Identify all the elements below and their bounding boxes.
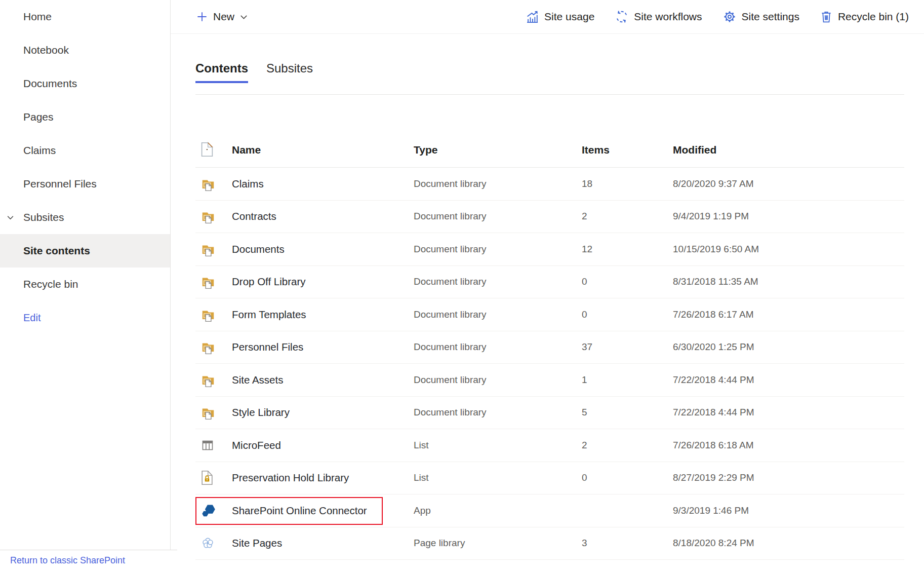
sidebar-item-documents[interactable]: Documents bbox=[0, 67, 170, 100]
sidebar-item-notebook[interactable]: Notebook bbox=[0, 33, 170, 67]
table-row-drop-off-library[interactable]: Drop Off LibraryDocument library08/31/20… bbox=[195, 266, 904, 299]
column-header-name[interactable]: Name bbox=[232, 144, 261, 156]
sharepoint-app-icon bbox=[200, 503, 216, 518]
command-label: Site workflows bbox=[634, 11, 702, 23]
row-items: 2 bbox=[582, 440, 587, 451]
table-body: ClaimsDocument library188/20/2020 9:37 A… bbox=[195, 168, 904, 560]
row-modified: 9/3/2019 1:46 PM bbox=[673, 505, 749, 516]
table-row-style-library[interactable]: Style LibraryDocument library57/22/2018 … bbox=[195, 397, 904, 430]
sidebar-item-pages[interactable]: Pages bbox=[0, 100, 170, 134]
plus-icon bbox=[195, 10, 209, 23]
table-row-microfeed[interactable]: MicroFeedList27/26/2018 6:18 AM bbox=[195, 429, 904, 462]
site-workflows-button[interactable]: Site workflows bbox=[615, 10, 702, 24]
row-name-link[interactable]: Claims bbox=[232, 178, 264, 190]
row-items: 0 bbox=[582, 276, 587, 287]
sidebar-item-label: Subsites bbox=[23, 211, 64, 223]
row-name-link[interactable]: MicroFeed bbox=[232, 439, 281, 451]
sidebar-item-label: Site contents bbox=[23, 245, 90, 256]
sidebar-item-label: Personnel Files bbox=[23, 178, 97, 189]
sidebar-item-label: Edit bbox=[23, 312, 41, 323]
row-type: App bbox=[414, 505, 431, 516]
document-library-icon bbox=[200, 339, 216, 355]
document-library-icon bbox=[200, 372, 216, 388]
chevron-down-icon[interactable] bbox=[6, 201, 15, 234]
row-modified: 8/18/2020 8:24 PM bbox=[673, 538, 754, 549]
tabs: Contents Subsites bbox=[195, 61, 313, 83]
main-content: New Site usageSite workflowsSite setting… bbox=[171, 0, 924, 572]
document-library-icon bbox=[200, 209, 216, 224]
row-modified: 7/22/2018 4:44 PM bbox=[673, 374, 754, 386]
row-type: Document library bbox=[414, 341, 487, 353]
tab-subsites[interactable]: Subsites bbox=[266, 61, 313, 83]
row-type: Document library bbox=[414, 374, 487, 386]
row-items: 1 bbox=[582, 374, 587, 386]
sidebar-item-recycle-bin[interactable]: Recycle bin bbox=[0, 268, 170, 301]
sidebar: HomeNotebookDocumentsPagesClaimsPersonne… bbox=[0, 0, 170, 572]
row-name-link[interactable]: Form Templates bbox=[232, 309, 306, 321]
row-name-link[interactable]: Preservation Hold Library bbox=[232, 472, 349, 484]
new-button[interactable]: New bbox=[195, 10, 249, 23]
row-name-link[interactable]: Documents bbox=[232, 243, 285, 255]
site-settings-icon bbox=[722, 10, 737, 24]
column-header-type[interactable]: Type bbox=[414, 144, 437, 156]
row-type: Document library bbox=[414, 178, 487, 189]
contents-table: Name Type Items Modified ClaimsDocument … bbox=[195, 95, 904, 560]
sidebar-item-claims[interactable]: Claims bbox=[0, 134, 170, 167]
sidebar-item-personnel-files[interactable]: Personnel Files bbox=[0, 167, 170, 201]
row-name-link[interactable]: Personnel Files bbox=[232, 341, 303, 353]
row-name-link[interactable]: Drop Off Library bbox=[232, 276, 305, 288]
sidebar-item-edit[interactable]: Edit bbox=[0, 301, 170, 334]
column-header-items[interactable]: Items bbox=[582, 144, 610, 156]
sidebar-item-label: Recycle bin bbox=[23, 278, 78, 290]
row-name-link[interactable]: Contracts bbox=[232, 210, 276, 222]
sidebar-item-label: Pages bbox=[23, 111, 54, 123]
table-row-sharepoint-online-connector[interactable]: SharePoint Online ConnectorApp9/3/2019 1… bbox=[195, 494, 904, 527]
site-settings-button[interactable]: Site settings bbox=[722, 10, 799, 24]
command-label: Site usage bbox=[544, 11, 594, 23]
chevron-down-icon bbox=[239, 12, 249, 22]
command-label: Site settings bbox=[742, 11, 799, 23]
row-name-link[interactable]: Site Pages bbox=[232, 537, 282, 549]
row-items: 3 bbox=[582, 538, 587, 549]
site-usage-button[interactable]: Site usage bbox=[525, 10, 594, 24]
table-row-site-pages[interactable]: Site PagesPage library38/18/2020 8:24 PM bbox=[195, 527, 904, 560]
row-items: 18 bbox=[582, 178, 592, 189]
row-name-link[interactable]: Site Assets bbox=[232, 374, 283, 386]
sidebar-item-site-contents[interactable]: Site contents bbox=[0, 234, 170, 268]
table-row-site-assets[interactable]: Site AssetsDocument library17/22/2018 4:… bbox=[195, 364, 904, 397]
row-type: Document library bbox=[414, 407, 487, 418]
row-name-link[interactable]: SharePoint Online Connector bbox=[232, 505, 367, 517]
site-workflows-icon bbox=[615, 10, 629, 24]
sidebar-item-home[interactable]: Home bbox=[0, 0, 170, 33]
new-button-label: New bbox=[213, 11, 234, 23]
row-items: 5 bbox=[582, 407, 587, 418]
command-bar: New Site usageSite workflowsSite setting… bbox=[171, 0, 924, 34]
table-row-preservation-hold-library[interactable]: Preservation Hold LibraryList08/27/2019 … bbox=[195, 462, 904, 495]
tab-subsites-label: Subsites bbox=[266, 61, 313, 75]
row-type: Document library bbox=[414, 309, 487, 320]
row-modified: 8/20/2020 9:37 AM bbox=[673, 178, 754, 189]
document-library-icon bbox=[200, 405, 216, 420]
document-library-icon bbox=[200, 307, 216, 322]
row-modified: 8/27/2019 2:29 PM bbox=[673, 472, 754, 483]
row-modified: 7/26/2018 6:18 AM bbox=[673, 440, 754, 451]
table-row-personnel-files[interactable]: Personnel FilesDocument library376/30/20… bbox=[195, 331, 904, 364]
row-items: 2 bbox=[582, 211, 587, 222]
sidebar-item-subsites[interactable]: Subsites bbox=[0, 201, 170, 234]
row-name-link[interactable]: Style Library bbox=[232, 406, 290, 418]
row-type: Document library bbox=[414, 244, 487, 255]
column-header-modified[interactable]: Modified bbox=[673, 144, 716, 156]
recycle-bin-1-button[interactable]: Recycle bin (1) bbox=[820, 10, 909, 23]
return-to-classic-link[interactable]: Return to classic SharePoint bbox=[10, 555, 125, 566]
tab-contents-label: Contents bbox=[195, 61, 248, 75]
table-row-form-templates[interactable]: Form TemplatesDocument library07/26/2018… bbox=[195, 298, 904, 331]
site-pages-icon bbox=[200, 536, 215, 551]
row-type: Document library bbox=[414, 276, 487, 287]
sidebar-item-label: Documents bbox=[23, 78, 77, 89]
table-row-contracts[interactable]: ContractsDocument library29/4/2019 1:19 … bbox=[195, 201, 904, 234]
table-row-claims[interactable]: ClaimsDocument library188/20/2020 9:37 A… bbox=[195, 168, 904, 201]
tab-contents[interactable]: Contents bbox=[195, 61, 248, 83]
sidebar-item-label: Claims bbox=[23, 144, 56, 156]
active-tab-underline bbox=[195, 81, 248, 83]
table-row-documents[interactable]: DocumentsDocument library1210/15/2019 6:… bbox=[195, 233, 904, 266]
